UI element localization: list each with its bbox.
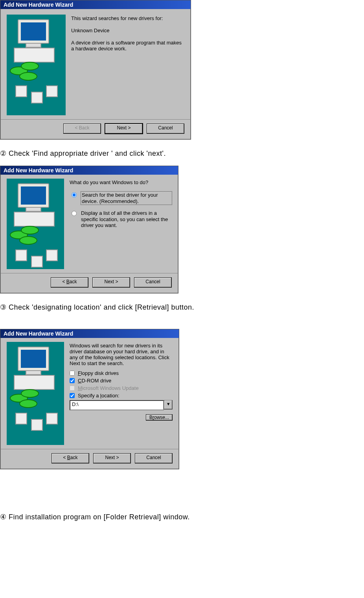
- cancel-button[interactable]: Cancel: [147, 124, 184, 134]
- device-name: Unknown Device: [71, 28, 184, 33]
- back-button[interactable]: < Back: [51, 277, 88, 288]
- radio-display[interactable]: [72, 211, 77, 216]
- checkbox-windows-update: [70, 386, 75, 391]
- checkbox-row-windows-update: Microsoft Windows Update: [70, 385, 173, 391]
- radio-display-label: Display a list of all the drivers in a s…: [81, 210, 172, 229]
- instruction-step-4: ④ Find installation program on [Folder R…: [0, 513, 351, 521]
- checkbox-cdrom-label: CD-ROM drive: [78, 378, 111, 384]
- dialog-title: Add New Hardware Wizard: [0, 329, 179, 338]
- wizard-illustration: [7, 15, 66, 115]
- radio-option-search[interactable]: Search for the best driver for your devi…: [70, 192, 172, 205]
- dialog-title: Add New Hardware Wizard: [0, 0, 191, 9]
- checkbox-specify-location[interactable]: [70, 393, 75, 398]
- wizard-dialog-3: Add New Hardware Wizard Windows will sea…: [0, 329, 179, 469]
- wizard-prompt: What do you want Windows to do?: [70, 179, 172, 185]
- checkbox-specify-label: Specify a location:: [78, 393, 119, 399]
- back-button: < Back: [63, 124, 101, 134]
- cancel-button[interactable]: Cancel: [135, 453, 173, 463]
- checkbox-floppy[interactable]: [70, 371, 75, 376]
- checkbox-cdrom[interactable]: [70, 378, 75, 383]
- next-button[interactable]: Next >: [92, 277, 130, 288]
- back-button[interactable]: < Back: [51, 453, 89, 463]
- location-input[interactable]: D:\: [70, 400, 164, 410]
- cancel-button[interactable]: Cancel: [134, 277, 172, 288]
- wizard-intro-text: This wizard searches for new drivers for…: [71, 15, 184, 21]
- dialog-title: Add New Hardware Wizard: [0, 166, 178, 175]
- checkbox-row-floppy[interactable]: Floppy disk drives: [70, 370, 173, 376]
- instruction-step-2: ② Check 'Find appropriate driver ' and c…: [0, 149, 351, 158]
- checkbox-floppy-label: Floppy disk drives: [78, 370, 119, 376]
- browse-button[interactable]: Browse...: [146, 414, 173, 421]
- wizard-illustration: [7, 179, 64, 269]
- next-button[interactable]: Next >: [105, 124, 143, 134]
- wizard-illustration: [7, 342, 64, 445]
- wizard-dialog-1: Add New Hardware Wizard This wizard sear…: [0, 0, 191, 140]
- checkbox-wu-label: Microsoft Windows Update: [78, 385, 139, 391]
- instruction-step-3: ③ Check 'designating location' and click…: [0, 303, 351, 312]
- radio-search-label: Search for the best driver for your devi…: [81, 192, 172, 205]
- checkbox-row-cdrom[interactable]: CD-ROM drive: [70, 378, 173, 384]
- wizard-description-text: A device driver is a software program th…: [71, 40, 184, 52]
- radio-search[interactable]: [72, 192, 77, 197]
- wizard-dialog-2: Add New Hardware Wizard What do you want…: [0, 166, 178, 293]
- radio-option-display[interactable]: Display a list of all the drivers in a s…: [70, 210, 172, 229]
- checkbox-row-specify-location[interactable]: Specify a location:: [70, 393, 173, 399]
- dropdown-arrow-icon[interactable]: ▾: [164, 400, 173, 410]
- next-button[interactable]: Next >: [93, 453, 131, 463]
- wizard-intro-text: Windows will search for new drivers in i…: [70, 343, 173, 366]
- location-combobox[interactable]: D:\ ▾: [70, 400, 173, 410]
